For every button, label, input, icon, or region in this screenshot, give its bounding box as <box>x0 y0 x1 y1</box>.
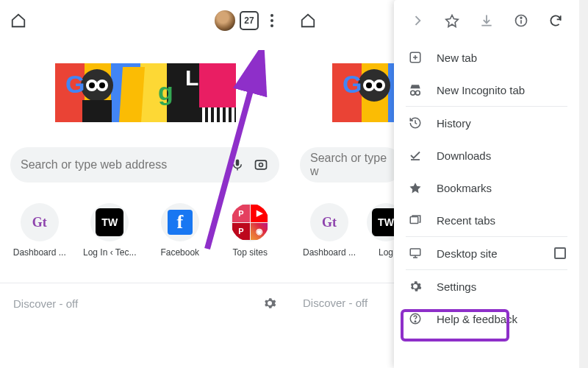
overflow-menu-icon[interactable] <box>263 12 281 29</box>
bookmarks-star-icon <box>407 180 423 196</box>
svg-point-42 <box>520 17 522 18</box>
svg-point-26 <box>259 163 263 167</box>
discover-row: Discover - off <box>0 283 290 323</box>
svg-rect-22 <box>232 107 234 122</box>
svg-marker-23 <box>119 67 145 122</box>
svg-point-37 <box>376 82 382 88</box>
bookmark-star-icon[interactable] <box>442 11 462 30</box>
menu-item-help-feedback[interactable]: Help & feedback <box>394 302 579 335</box>
home-icon[interactable] <box>9 11 28 30</box>
svg-rect-20 <box>220 107 223 122</box>
desktop-icon <box>407 245 423 261</box>
right-screenshot: G Search or type w Gt Dashboard ... TW L… <box>290 0 579 368</box>
svg-rect-24 <box>236 160 240 166</box>
menu-item-downloads[interactable]: Downloads <box>394 139 579 171</box>
discover-gear-icon[interactable] <box>263 297 276 310</box>
svg-text:G: G <box>343 70 362 98</box>
svg-text:G: G <box>65 70 85 98</box>
menu-item-new-tab[interactable]: New tab <box>394 41 579 74</box>
toolbar: 27 <box>0 0 290 41</box>
svg-point-10 <box>89 82 95 88</box>
left-screenshot: 27 G g L Search or type web address <box>0 0 290 368</box>
shortcuts-row: Gt Dashboard ... TW Log In ‹ Tec... f Fa… <box>4 203 285 258</box>
shortcut-login[interactable]: TW Log In ‹ Tec... <box>79 203 140 258</box>
tab-switcher[interactable]: 27 <box>240 11 259 30</box>
svg-point-11 <box>99 82 105 88</box>
menu-item-recent-tabs[interactable]: Recent tabs <box>394 204 579 236</box>
svg-text:g: g <box>158 77 173 105</box>
menu-action-row <box>394 0 579 41</box>
menu-item-incognito[interactable]: New Incognito tab <box>394 74 579 106</box>
download-icon[interactable] <box>477 11 496 30</box>
svg-rect-19 <box>214 107 217 122</box>
overflow-menu: New tab New Incognito tab History Downlo… <box>394 0 579 368</box>
shortcut-dashboard[interactable]: Gt Dashboard ... <box>298 203 360 258</box>
svg-marker-39 <box>445 15 458 27</box>
svg-point-46 <box>411 91 415 95</box>
downloads-check-icon <box>407 147 423 163</box>
svg-rect-17 <box>202 107 205 122</box>
info-icon[interactable] <box>512 11 531 30</box>
reload-icon[interactable] <box>546 11 565 30</box>
omnibox-placeholder: Search or type w <box>310 152 392 178</box>
omnibox-placeholder: Search or type web address <box>21 158 222 171</box>
menu-item-desktop-site[interactable]: Desktop site <box>394 237 579 269</box>
home-icon[interactable] <box>298 11 318 30</box>
voice-search-icon[interactable] <box>229 157 245 173</box>
plus-box-icon <box>407 49 423 66</box>
svg-rect-12 <box>82 100 112 122</box>
menu-item-history[interactable]: History <box>394 107 579 139</box>
shortcut-dashboard[interactable]: Gt Dashboard ... <box>9 203 71 258</box>
google-doodle[interactable]: G g L <box>42 56 248 130</box>
discover-label: Discover - off <box>303 297 368 309</box>
menu-item-bookmarks[interactable]: Bookmarks <box>394 171 579 204</box>
svg-point-56 <box>415 321 416 322</box>
recent-tabs-icon <box>407 212 423 228</box>
svg-marker-50 <box>410 183 421 193</box>
svg-rect-51 <box>410 217 418 224</box>
svg-rect-21 <box>226 107 229 122</box>
svg-text:L: L <box>185 66 198 90</box>
omnibox[interactable]: Search or type web address <box>10 147 279 183</box>
forward-icon[interactable] <box>408 11 427 30</box>
shortcut-facebook[interactable]: f Facebook <box>149 203 211 258</box>
lens-icon[interactable] <box>253 157 269 173</box>
gear-icon <box>407 278 423 294</box>
incognito-icon <box>407 82 423 98</box>
history-icon <box>407 115 423 131</box>
help-icon <box>407 311 423 327</box>
omnibox[interactable]: Search or type w <box>300 147 403 183</box>
profile-avatar[interactable] <box>215 10 235 31</box>
svg-rect-18 <box>208 107 211 122</box>
svg-rect-52 <box>410 249 420 255</box>
discover-label: Discover - off <box>13 297 78 310</box>
shortcut-topsites[interactable]: P▶P◉ Top sites <box>219 203 281 258</box>
menu-item-settings[interactable]: Settings <box>394 270 579 302</box>
svg-point-36 <box>366 82 372 88</box>
svg-point-47 <box>415 91 420 95</box>
svg-rect-25 <box>256 160 267 169</box>
desktop-site-checkbox[interactable] <box>554 247 566 259</box>
